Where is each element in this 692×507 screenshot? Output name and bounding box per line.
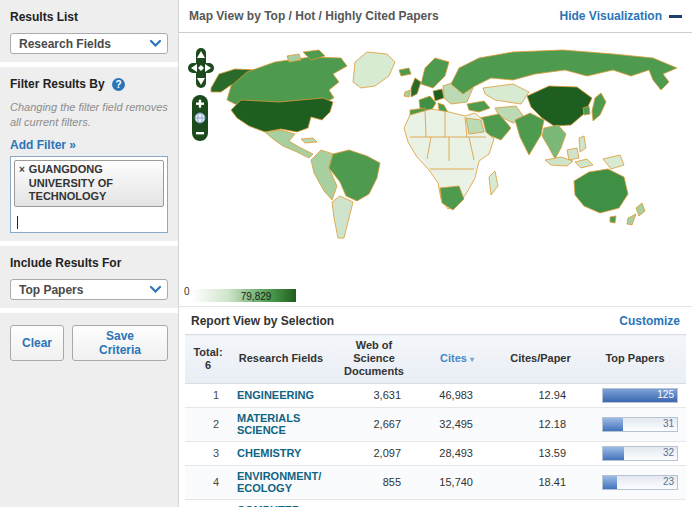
field-link[interactable]: ENVIRONMENT/ECOLOGY bbox=[237, 470, 321, 495]
top-papers-bar[interactable]: 23 bbox=[602, 475, 678, 490]
rank-cell: 1 bbox=[185, 383, 231, 407]
country-india bbox=[515, 113, 544, 155]
country-philippines bbox=[579, 136, 586, 152]
legend-min-label: 0 bbox=[184, 286, 190, 297]
cites-paper-cell: 12.94 bbox=[497, 383, 584, 407]
report-header: Report View by Selection Customize bbox=[179, 307, 692, 334]
indonesia-east bbox=[575, 159, 593, 168]
country-ireland bbox=[404, 90, 410, 97]
help-icon[interactable]: ? bbox=[112, 78, 125, 91]
country-greenland bbox=[353, 52, 395, 88]
map-visualization: 0 79,829 bbox=[179, 33, 692, 307]
rank-cell: 3 bbox=[185, 441, 231, 465]
table-row: 2 MATERIALS SCIENCE 2,667 32,495 12.18 3… bbox=[185, 407, 686, 441]
country-iceland bbox=[399, 68, 411, 76]
island-tasmania bbox=[610, 216, 616, 223]
country-uk bbox=[411, 78, 421, 97]
col-cites-paper: Cites/Paper bbox=[497, 335, 584, 384]
country-mexico bbox=[265, 130, 313, 158]
field-link[interactable]: MATERIALS SCIENCE bbox=[237, 412, 300, 437]
country-australia bbox=[574, 169, 628, 213]
papua-new-guinea bbox=[603, 155, 624, 169]
filter-title: Filter Results By bbox=[10, 77, 105, 91]
cites-cell: 15,556 bbox=[417, 500, 497, 507]
filter-sidebar: Results List Research Fields Filter Resu… bbox=[0, 0, 179, 507]
include-results-section: Include Results For Top Papers bbox=[0, 246, 178, 308]
country-egypt bbox=[466, 118, 484, 134]
hide-visualization-link[interactable]: Hide Visualization bbox=[560, 9, 682, 23]
country-turkey bbox=[467, 101, 490, 112]
cites-paper-cell: 15.56 bbox=[497, 500, 584, 507]
table-header-row: Total:6 Research Fields Web of Science D… bbox=[185, 335, 686, 384]
documents-cell: 1,000 bbox=[331, 500, 417, 507]
cites-cell: 46,983 bbox=[417, 383, 497, 407]
cites-paper-cell: 18.41 bbox=[497, 465, 584, 499]
map-pan-control[interactable] bbox=[188, 48, 214, 90]
country-brazil bbox=[329, 150, 380, 201]
table-row: 5 COMPUTER SCIENCE 1,000 15,556 15.56 50 bbox=[185, 500, 686, 507]
report-title: Report View by Selection bbox=[191, 314, 334, 328]
include-results-label: Include Results For bbox=[10, 256, 168, 270]
new-zealand-north bbox=[636, 203, 645, 216]
text-caret bbox=[17, 216, 18, 229]
island-borneo bbox=[567, 148, 579, 160]
rank-cell: 4 bbox=[185, 465, 231, 499]
filter-section: Filter Results By ? Changing the filter … bbox=[0, 67, 178, 241]
sort-desc-icon: ▾ bbox=[470, 355, 474, 364]
customize-link[interactable]: Customize bbox=[619, 314, 680, 328]
col-documents: Web of Science Documents bbox=[331, 335, 417, 384]
chevron-down-icon bbox=[149, 39, 162, 48]
documents-cell: 2,097 bbox=[331, 441, 417, 465]
remove-filter-icon[interactable]: × bbox=[19, 164, 25, 177]
table-row: 1 ENGINEERING 3,631 46,983 12.94 125 bbox=[185, 383, 686, 407]
results-table: Total:6 Research Fields Web of Science D… bbox=[185, 334, 686, 507]
results-list-select[interactable]: Research Fields bbox=[10, 33, 168, 54]
globe-icon bbox=[195, 113, 205, 123]
filter-input-area[interactable]: × GUANGDONG UNIVERSITY OF TECHNOLOGY bbox=[10, 156, 168, 233]
chevron-down-icon bbox=[149, 285, 162, 294]
include-results-value: Top Papers bbox=[19, 283, 83, 297]
field-link[interactable]: ENGINEERING bbox=[237, 389, 314, 401]
rank-cell: 5 bbox=[185, 500, 231, 507]
country-germany bbox=[433, 89, 444, 101]
filter-tag-text: GUANGDONG UNIVERSITY OF TECHNOLOGY bbox=[29, 163, 159, 204]
top-papers-bar[interactable]: 125 bbox=[602, 388, 678, 403]
map-legend: 0 79,829 bbox=[184, 286, 296, 302]
southern-cone bbox=[332, 196, 353, 238]
country-usa bbox=[231, 98, 333, 132]
scandinavia bbox=[421, 58, 449, 88]
new-zealand-south bbox=[627, 214, 636, 225]
top-papers-bar[interactable]: 32 bbox=[602, 446, 678, 461]
col-cites-sort[interactable]: Cites ▾ bbox=[417, 335, 497, 384]
clear-button[interactable]: Clear bbox=[10, 325, 64, 361]
country-south-africa bbox=[440, 186, 464, 210]
map-header: Map View by Top / Hot / Highly Cited Pap… bbox=[179, 0, 692, 33]
results-list-label: Results List bbox=[10, 10, 168, 24]
table-row: 3 CHEMISTRY 2,097 28,493 13.59 32 bbox=[185, 441, 686, 465]
country-japan bbox=[592, 93, 606, 121]
field-link[interactable]: CHEMISTRY bbox=[237, 447, 301, 459]
filter-note: Changing the filter field removes all cu… bbox=[10, 100, 168, 129]
top-papers-bar[interactable]: 31 bbox=[602, 417, 678, 432]
save-criteria-button[interactable]: Save Criteria bbox=[72, 325, 168, 361]
cites-cell: 15,740 bbox=[417, 465, 497, 499]
cites-paper-cell: 12.18 bbox=[497, 407, 584, 441]
cites-paper-cell: 13.59 bbox=[497, 441, 584, 465]
country-madagascar bbox=[489, 171, 498, 195]
include-results-select[interactable]: Top Papers bbox=[10, 279, 168, 300]
col-top-papers: Top Papers bbox=[584, 335, 686, 384]
central-asia bbox=[483, 84, 529, 104]
country-south-korea bbox=[583, 106, 590, 115]
cites-cell: 32,495 bbox=[417, 407, 497, 441]
rank-cell: 2 bbox=[185, 407, 231, 441]
documents-cell: 3,631 bbox=[331, 383, 417, 407]
col-research-fields: Research Fields bbox=[231, 335, 331, 384]
world-choropleth-map[interactable] bbox=[183, 42, 689, 282]
collapse-icon bbox=[669, 15, 682, 18]
actions-section: Clear Save Criteria bbox=[0, 313, 178, 507]
main-panel: Map View by Top / Hot / Highly Cited Pap… bbox=[179, 0, 692, 507]
map-zoom-control[interactable] bbox=[192, 95, 208, 141]
documents-cell: 2,667 bbox=[331, 407, 417, 441]
add-filter-link[interactable]: Add Filter » bbox=[10, 138, 76, 152]
southeast-asia bbox=[542, 125, 566, 159]
